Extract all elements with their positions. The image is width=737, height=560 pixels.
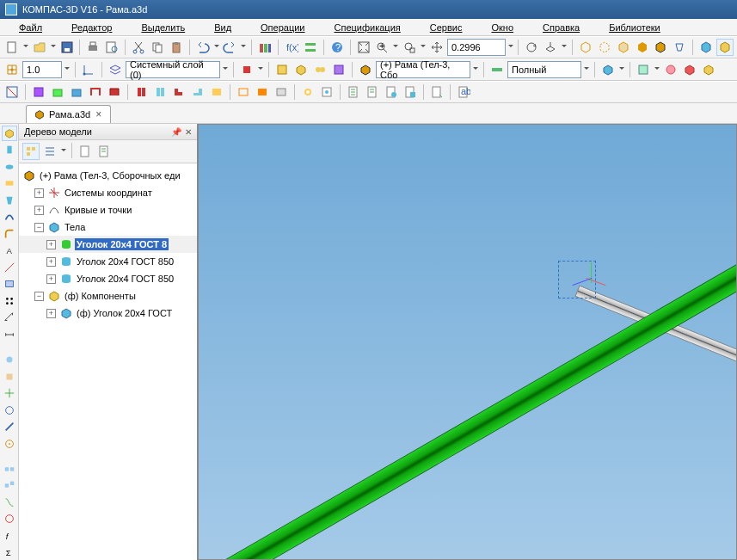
rebuild-button[interactable]	[273, 61, 291, 78]
menu-file[interactable]: Файл	[5, 21, 56, 34]
new-button[interactable]	[3, 39, 21, 56]
preview-button[interactable]	[103, 39, 120, 56]
view-hidden-button[interactable]	[596, 39, 613, 56]
lt-fillet-button[interactable]	[2, 226, 17, 242]
op2-button[interactable]	[49, 83, 66, 101]
assembly-dropdown[interactable]	[472, 61, 479, 78]
lt-mate3-button[interactable]	[2, 495, 17, 510]
zoomwin-dropdown[interactable]	[420, 39, 427, 56]
lt-extrude-button[interactable]	[2, 143, 17, 158]
tree-node-body1[interactable]: + Уголок 20x4 ГОСТ 8	[19, 236, 197, 253]
tree-node-body2[interactable]: + Уголок 20x4 ГОСТ 850	[19, 253, 197, 270]
collapse-icon[interactable]: −	[34, 292, 44, 301]
tree-root[interactable]: (+) Рама (Тел-3, Сборочных еди	[19, 167, 197, 184]
vars-button[interactable]: f(x)	[283, 39, 300, 56]
lt-tool1-button[interactable]	[2, 352, 17, 367]
spec1-button[interactable]	[345, 83, 362, 101]
menu-help[interactable]: Справка	[529, 21, 593, 34]
op7-button[interactable]	[151, 83, 169, 101]
scale-input[interactable]	[447, 39, 506, 56]
spec5-button[interactable]	[428, 83, 445, 101]
print-button[interactable]	[84, 39, 101, 56]
document-tab[interactable]: Рама.a3d ×	[26, 105, 111, 123]
collapse-icon[interactable]: −	[34, 223, 44, 232]
expand-icon[interactable]: +	[34, 188, 44, 198]
lt-measure-button[interactable]	[2, 311, 17, 326]
lib-button[interactable]	[256, 39, 273, 56]
display-select[interactable]: Полный	[507, 61, 581, 78]
undo-button[interactable]	[194, 39, 212, 56]
body-angle-green-selected[interactable]	[198, 255, 737, 560]
layers-button[interactable]	[107, 61, 124, 78]
scale-dropdown[interactable]	[507, 39, 514, 56]
menu-operations[interactable]: Операции	[247, 21, 318, 34]
op3-button[interactable]	[68, 83, 85, 101]
tree-tb4-button[interactable]	[95, 143, 113, 160]
expand-icon[interactable]: +	[46, 274, 56, 284]
ext3-button[interactable]	[662, 61, 679, 78]
tree-node-body3[interactable]: + Уголок 20x4 ГОСТ 850	[19, 270, 197, 287]
layer-select[interactable]: Системный слой (0)	[126, 61, 220, 78]
op14-button[interactable]	[299, 83, 316, 101]
cut-button[interactable]	[130, 39, 147, 56]
3d-viewport[interactable]	[198, 124, 737, 560]
lt-plane-button[interactable]	[2, 277, 17, 292]
op8-button[interactable]	[170, 83, 187, 101]
tree-node-bodies[interactable]: − Тела	[19, 218, 197, 236]
tree-node-comp1[interactable]: + (ф) Уголок 20x4 ГОСТ	[19, 305, 197, 322]
stop-button[interactable]	[238, 61, 255, 78]
lt-mate2-button[interactable]	[2, 478, 17, 494]
check-button[interactable]	[302, 39, 319, 56]
lt-cut-button[interactable]	[2, 176, 17, 192]
close-icon[interactable]: ✕	[185, 127, 192, 137]
menu-edit[interactable]: Редактор	[58, 21, 126, 34]
stop-dropdown[interactable]	[257, 61, 264, 78]
expand-icon[interactable]: +	[34, 206, 44, 215]
lt-box-button[interactable]	[2, 126, 17, 141]
ext2-button[interactable]	[635, 61, 652, 78]
help-button[interactable]: ?	[329, 39, 346, 56]
pin-icon[interactable]: 📌	[171, 127, 181, 137]
view-section-button[interactable]	[697, 39, 715, 56]
menu-window[interactable]: Окно	[477, 21, 527, 34]
assembly-select[interactable]: (+) Рама (Тел-3, Сбо	[376, 61, 470, 78]
ext2-dropdown[interactable]	[654, 61, 660, 78]
paste-button[interactable]	[168, 39, 185, 56]
new-dropdown[interactable]	[22, 39, 29, 56]
expand-icon[interactable]: +	[46, 240, 56, 249]
expand-icon[interactable]: +	[46, 309, 56, 318]
lt-revolve-button[interactable]	[2, 159, 17, 175]
lt-tool2-button[interactable]	[2, 369, 17, 385]
open-button[interactable]	[31, 39, 48, 56]
grid-step-dropdown[interactable]	[64, 61, 71, 78]
lt-tool4-button[interactable]	[2, 403, 17, 418]
lt-tool5-button[interactable]	[2, 419, 17, 434]
op9-button[interactable]	[189, 83, 206, 101]
grid-step-input[interactable]	[22, 61, 62, 78]
tree-tb2-dropdown[interactable]	[60, 143, 67, 160]
redo-dropdown[interactable]	[240, 39, 247, 56]
pan-button[interactable]	[428, 39, 445, 56]
menu-libs[interactable]: Библиотеки	[595, 21, 674, 34]
save-button[interactable]	[58, 39, 76, 56]
view-simplify-button[interactable]	[716, 39, 734, 56]
box-button[interactable]	[292, 61, 310, 78]
lt-mate1-button[interactable]	[2, 461, 17, 477]
sketch-button[interactable]	[3, 83, 21, 101]
view-persp-button[interactable]	[671, 39, 688, 56]
lt-mate4-button[interactable]	[2, 512, 17, 527]
op11-button[interactable]	[235, 83, 252, 101]
op13-button[interactable]	[273, 83, 290, 101]
tree-tb3-button[interactable]	[77, 143, 94, 160]
ext5-button[interactable]	[700, 61, 717, 78]
spec3-button[interactable]	[383, 83, 400, 101]
menu-spec[interactable]: Спецификация	[321, 21, 415, 34]
redo-button[interactable]	[222, 39, 239, 56]
op4-button[interactable]	[87, 83, 104, 101]
view-shaded-edges-button[interactable]	[653, 39, 670, 56]
ext4-button[interactable]	[681, 61, 698, 78]
op5-button[interactable]	[106, 83, 123, 101]
zoomwin-button[interactable]	[401, 39, 418, 56]
open-dropdown[interactable]	[50, 39, 57, 56]
view-noback-button[interactable]	[615, 39, 632, 56]
